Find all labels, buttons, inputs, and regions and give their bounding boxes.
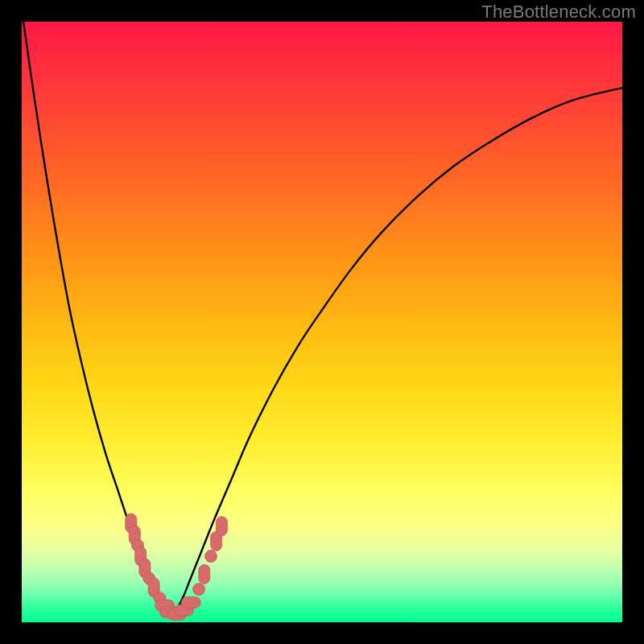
outer-frame: TheBottleneck.com <box>0 0 644 644</box>
marker-group <box>126 514 228 620</box>
chart-svg <box>22 22 622 622</box>
marker-13 <box>193 583 205 595</box>
marker-17 <box>216 517 227 536</box>
marker-15 <box>204 550 217 562</box>
marker-12 <box>181 597 200 608</box>
curve-right-branch <box>172 88 623 616</box>
watermark-text: TheBottleneck.com <box>481 2 636 23</box>
plot-area <box>22 22 622 622</box>
marker-14 <box>199 564 210 584</box>
curve-lines <box>22 10 622 616</box>
curve-left-branch <box>22 10 172 616</box>
